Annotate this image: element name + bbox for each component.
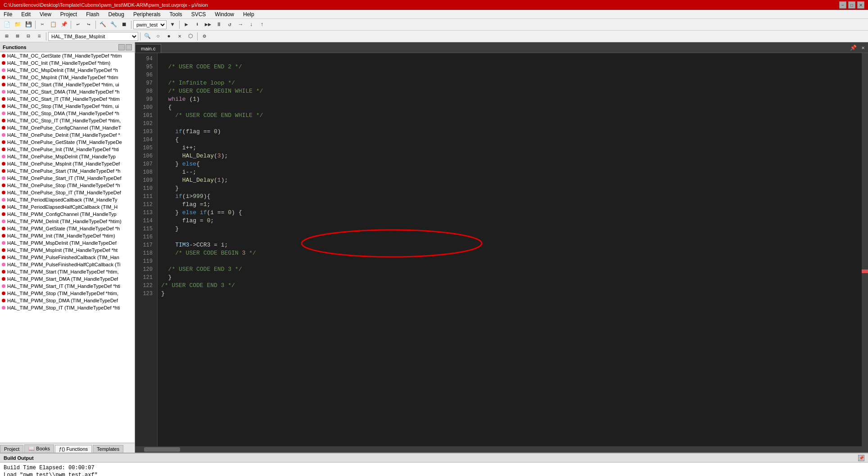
settings-btn[interactable]: ⚙ — [199, 31, 209, 41]
function-item[interactable]: HAL_TIM_OnePulse_DeInit (TIM_HandleTypeD… — [0, 131, 135, 139]
menu-window[interactable]: Window — [213, 11, 236, 18]
function-item[interactable]: HAL_TIM_OnePulse_Stop_IT (TIM_HandleType… — [0, 189, 135, 196]
function-item[interactable]: HAL_TIM_OC_GetState (TIM_HandleTypeDef *… — [0, 52, 135, 59]
editor-tab-main[interactable]: main.c — [135, 44, 161, 53]
circle-btn[interactable]: ○ — [153, 31, 163, 41]
menu-project[interactable]: Project — [59, 11, 79, 18]
close-button[interactable]: ✕ — [857, 1, 864, 9]
function-dropdown[interactable]: HAL_TIM_Base_MspInit — [48, 32, 138, 41]
search-btn[interactable]: 🔍 — [142, 31, 152, 41]
code-line: } — [161, 184, 858, 193]
function-item[interactable]: HAL_TIM_OnePulse_MspInit (TIM_HandleType… — [0, 160, 135, 167]
function-item[interactable]: HAL_TIM_PWM_Start_IT (TIM_HandleTypeDef … — [0, 283, 135, 290]
function-item[interactable]: HAL_TIM_OC_MspDeInit (TIM_HandleTypeDef … — [0, 67, 135, 74]
menu-tools[interactable]: Tools — [168, 11, 184, 18]
target-select[interactable]: pwm_test — [133, 20, 167, 29]
step-over-button[interactable]: → — [235, 20, 245, 30]
code-body[interactable]: /* USER CODE END 2 */ /* Infinite loop *… — [158, 53, 862, 446]
tab-books[interactable]: 📖 Books — [24, 445, 54, 453]
editor-close-btn[interactable]: ✕ — [858, 43, 868, 53]
function-item[interactable]: HAL_TIM_OC_MspInit (TIM_HandleTypeDef *h… — [0, 74, 135, 81]
menu-peripherals[interactable]: Peripherals — [131, 11, 163, 18]
debug-button[interactable]: ▶ — [181, 20, 191, 30]
tb2-btn1[interactable]: ⊞ — [2, 31, 12, 41]
function-item[interactable]: HAL_TIM_OC_Start (TIM_HandleTypeDef *hti… — [0, 81, 135, 88]
save-button[interactable]: 💾 — [23, 20, 33, 30]
function-item[interactable]: HAL_TIM_OnePulse_GetState (TIM_HandleTyp… — [0, 139, 135, 146]
target-options-button[interactable]: ▼ — [167, 20, 177, 30]
function-item[interactable]: HAL_TIM_OC_Stop_IT (TIM_HandleTypeDef *h… — [0, 117, 135, 124]
menu-file[interactable]: File — [2, 11, 14, 18]
function-item[interactable]: HAL_TIM_OnePulse_ConfigChannel (TIM_Hand… — [0, 124, 135, 131]
step-into-button[interactable]: ↓ — [246, 20, 256, 30]
function-item[interactable]: HAL_TIM_PeriodElapsedHalfCpltCallback (T… — [0, 203, 135, 211]
new-file-button[interactable]: 📄 — [2, 20, 12, 30]
function-item[interactable]: HAL_TIM_OnePulse_Start_IT (TIM_HandleTyp… — [0, 175, 135, 182]
filled-btn[interactable]: ● — [164, 31, 174, 41]
bottom-scrollbar[interactable] — [135, 446, 868, 453]
build-header: Build Output 📌 — [0, 454, 868, 463]
open-button[interactable]: 📁 — [13, 20, 23, 30]
tb2-btn2[interactable]: ⊠ — [13, 31, 23, 41]
reset-button[interactable]: ↺ — [225, 20, 235, 30]
function-item[interactable]: HAL_TIM_PWM_Stop_DMA (TIM_HandleTypeDef — [0, 297, 135, 304]
function-item[interactable]: HAL_TIM_PWM_Start (TIM_HandleTypeDef *ht… — [0, 268, 135, 275]
menu-svcs[interactable]: SVCS — [190, 11, 208, 18]
menu-view[interactable]: View — [38, 11, 53, 18]
panel-close-btn[interactable]: ✕ — [126, 44, 132, 50]
function-item[interactable]: HAL_TIM_PWM_Start_DMA (TIM_HandleTypeDef — [0, 275, 135, 283]
redo-button[interactable]: ↪ — [84, 20, 94, 30]
menu-edit[interactable]: Edit — [19, 11, 32, 18]
function-item[interactable]: HAL_TIM_OnePulse_MspDeInit (TIM_HandleTy… — [0, 153, 135, 160]
function-item[interactable]: HAL_TIM_PWM_ConfigChannel (TIM_HandleTyp — [0, 211, 135, 218]
functions-list[interactable]: HAL_TIM_OC_GetState (TIM_HandleTypeDef *… — [0, 52, 135, 443]
function-item[interactable]: HAL_TIM_OnePulse_Start (TIM_HandleTypeDe… — [0, 167, 135, 175]
function-item[interactable]: HAL_TIM_PWM_MspDeInit (TIM_HandleTypeDef — [0, 239, 135, 247]
function-item[interactable]: HAL_TIM_PWM_Stop_IT (TIM_HandleTypeDef *… — [0, 304, 135, 311]
panel-minimize-btn[interactable]: − — [118, 44, 125, 50]
menu-flash[interactable]: Flash — [84, 11, 101, 18]
function-item[interactable]: HAL_TIM_PWM_MspInit (TIM_HandleTypeDef *… — [0, 247, 135, 254]
function-item[interactable]: HAL_TIM_OC_Init (TIM_HandleTypeDef *htim… — [0, 59, 135, 67]
build-button[interactable]: 🔨 — [98, 20, 108, 30]
function-item[interactable]: HAL_TIM_OnePulse_Init (TIM_HandleTypeDef… — [0, 146, 135, 153]
code-line: } — [161, 274, 858, 282]
tab-project[interactable]: Project — [0, 445, 23, 453]
build-pin-btn[interactable]: 📌 — [858, 455, 864, 461]
maximize-button[interactable]: □ — [848, 1, 855, 9]
step-out-button[interactable]: ↑ — [257, 20, 267, 30]
cross-btn[interactable]: ✕ — [175, 31, 185, 41]
download-button[interactable]: ⬇ — [192, 20, 202, 30]
function-item[interactable]: HAL_TIM_OC_Start_DMA (TIM_HandleTypeDef … — [0, 88, 135, 95]
menu-help[interactable]: Help — [241, 11, 256, 18]
menu-debug[interactable]: Debug — [107, 11, 126, 18]
cut-button[interactable]: ✂ — [37, 20, 47, 30]
stop-debug-button[interactable]: ⏸ — [214, 20, 224, 30]
stop-button[interactable]: ⏹ — [119, 20, 129, 30]
minimize-button[interactable]: − — [839, 1, 846, 9]
rebuild-button[interactable]: 🔧 — [108, 20, 118, 30]
paste-button[interactable]: 📌 — [59, 20, 69, 30]
function-item[interactable]: HAL_TIM_PeriodElapsedCallback (TIM_Handl… — [0, 196, 135, 203]
code-line: if(flag == 0) — [161, 128, 858, 136]
undo-button[interactable]: ↩ — [73, 20, 83, 30]
copy-button[interactable]: 📋 — [48, 20, 58, 30]
hex-btn[interactable]: ⬡ — [185, 31, 195, 41]
function-item[interactable]: HAL_TIM_PWM_PulseFinishedCallback (TIM_H… — [0, 254, 135, 261]
function-item[interactable]: HAL_TIM_OnePulse_Stop (TIM_HandleTypeDef… — [0, 182, 135, 189]
function-item[interactable]: HAL_TIM_PWM_Stop (TIM_HandleTypeDef *hti… — [0, 290, 135, 297]
right-scrollbar[interactable] — [862, 53, 868, 446]
tab-functions[interactable]: ƒ() Functions — [55, 445, 92, 453]
tb2-btn3[interactable]: ⊟ — [23, 31, 33, 41]
editor-pin-btn[interactable]: 📌 — [848, 43, 858, 53]
function-item[interactable]: HAL_TIM_PWM_PulseFinishedHalfCpltCallbac… — [0, 261, 135, 268]
function-item[interactable]: HAL_TIM_OC_Stop (TIM_HandleTypeDef *htim… — [0, 103, 135, 110]
function-item[interactable]: HAL_TIM_OC_Stop_DMA (TIM_HandleTypeDef *… — [0, 110, 135, 117]
tab-templates[interactable]: Templates — [93, 445, 123, 453]
function-item[interactable]: HAL_TIM_PWM_DeInit (TIM_HandleTypeDef *h… — [0, 218, 135, 225]
function-item[interactable]: HAL_TIM_PWM_GetState (TIM_HandleTypeDef … — [0, 225, 135, 232]
function-item[interactable]: HAL_TIM_PWM_Init (TIM_HandleTypeDef *hti… — [0, 232, 135, 239]
function-item[interactable]: HAL_TIM_OC_Start_IT (TIM_HandleTypeDef *… — [0, 95, 135, 103]
run-button[interactable]: ▶▶ — [203, 20, 213, 30]
tb2-btn4[interactable]: ≡ — [34, 31, 44, 41]
